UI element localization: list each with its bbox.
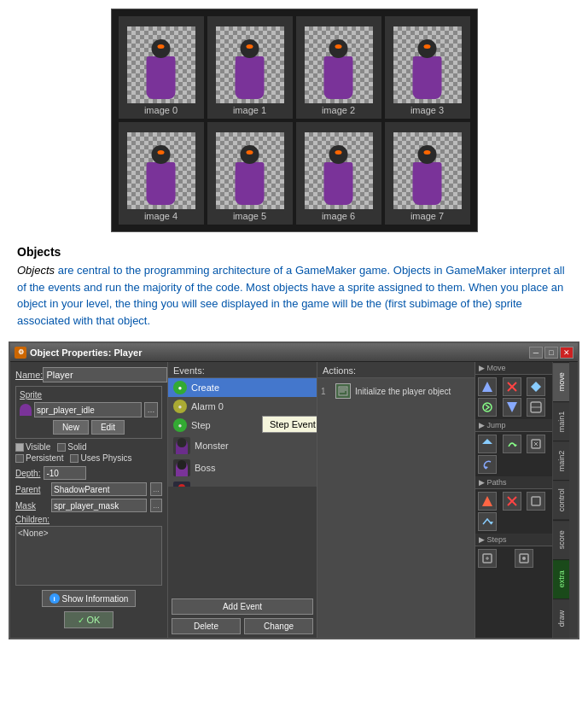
change-event-button[interactable]: Change <box>244 618 313 634</box>
svg-marker-7 <box>531 382 541 392</box>
gm-window: ⚙ Object Properties: Player ─ □ ✕ Name: … <box>9 341 579 639</box>
show-information-button[interactable]: i Show Information <box>42 590 137 607</box>
move-btn-5[interactable] <box>503 398 521 417</box>
move-btn-2[interactable] <box>503 377 521 396</box>
gm-body: Name: Sprite spr_player_idle … New Edit <box>10 362 578 638</box>
minimize-button[interactable]: ─ <box>529 347 543 359</box>
edit-button[interactable]: Edit <box>91 420 125 435</box>
step-event-label: Step <box>191 420 211 430</box>
ok-check-icon: ✓ <box>78 616 84 625</box>
sprite-image-1 <box>216 26 284 103</box>
vtab-move[interactable]: move <box>553 362 569 401</box>
steps-btn-2[interactable] <box>515 549 533 568</box>
sprite-label-3: image 3 <box>410 105 444 115</box>
depth-input[interactable] <box>44 466 86 480</box>
gm-titlebar-icon: ⚙ <box>15 347 26 359</box>
steps-btn-1[interactable] <box>478 549 497 568</box>
gm-actions-panel: Actions: 1 Initialize the player object <box>317 362 475 638</box>
visible-label: Visible <box>26 442 50 452</box>
sprite-label-4: image 4 <box>144 211 178 221</box>
vtab-main1[interactable]: main1 <box>553 401 569 441</box>
name-input[interactable] <box>43 367 167 382</box>
move-btn-6[interactable] <box>527 398 545 417</box>
add-event-button[interactable]: Add Event <box>172 598 313 615</box>
uses-physics-checkbox[interactable] <box>70 454 79 463</box>
vtab-draw[interactable]: draw <box>553 598 569 638</box>
event-item-step[interactable]: ● Step Step Event <box>168 416 317 435</box>
delete-event-button[interactable]: Delete <box>172 618 241 634</box>
vtab-extra[interactable]: extra <box>553 559 569 598</box>
step-event-icon: ● <box>173 418 187 432</box>
paths-section-label: ▶ Paths <box>475 476 552 489</box>
visible-checkbox[interactable] <box>15 443 24 452</box>
sprite-browse-button[interactable]: … <box>144 402 158 417</box>
vtab-control[interactable]: control <box>553 480 569 519</box>
paths-btn-3[interactable] <box>527 492 545 511</box>
boss-event-label: Boss <box>195 463 215 473</box>
svg-marker-12 <box>482 439 492 449</box>
jump-btn-2[interactable] <box>503 435 521 453</box>
vtab-score[interactable]: score <box>553 520 569 559</box>
paths-btn-1[interactable] <box>478 492 497 511</box>
mask-label: Mask <box>15 501 48 511</box>
jump-btn-3[interactable] <box>527 435 545 453</box>
event-item-alarm0[interactable]: ● Alarm 0 <box>168 397 317 416</box>
parent-name: ShadowParent <box>51 482 147 496</box>
svg-marker-4 <box>482 382 492 392</box>
objects-body-text: are central to the programming architect… <box>17 264 565 327</box>
persistent-checkbox[interactable] <box>15 454 24 463</box>
sprite-row: spr_player_idle … <box>20 402 158 417</box>
jump-btn-1[interactable] <box>478 435 497 453</box>
mask-browse-button[interactable]: … <box>150 499 162 512</box>
gm-left-panel: Name: Sprite spr_player_idle … New Edit <box>10 362 168 638</box>
svg-point-27 <box>522 557 526 560</box>
action-desc-1: Initialize the player object <box>355 387 451 396</box>
gm-titlebar: ⚙ Object Properties: Player ─ □ ✕ <box>10 343 578 362</box>
action-icon-1 <box>335 383 351 399</box>
move-icon-grid <box>475 375 552 419</box>
event-item-monster[interactable]: Monster <box>168 435 317 457</box>
move-btn-3[interactable] <box>527 377 545 396</box>
solid-checkbox-item: Solid <box>57 442 86 452</box>
show-info-row: i Show Information <box>15 590 162 607</box>
sprite-image-2 <box>305 26 373 103</box>
move-btn-1[interactable] <box>478 377 497 396</box>
event-item-boss[interactable]: Boss <box>168 457 317 479</box>
sprite-label-5: image 5 <box>233 211 266 221</box>
event-item-create[interactable]: ● Create <box>168 378 317 397</box>
gm-right-area: ▶ Move <box>475 362 569 638</box>
sprite-cell-2: image 2 <box>296 16 381 119</box>
persistent-label: Persistent <box>26 453 63 463</box>
ok-button[interactable]: ✓ OK <box>64 611 114 628</box>
parent-browse-button[interactable]: … <box>150 482 162 496</box>
parent-row: Parent ShadowParent … <box>15 482 162 496</box>
objects-description: Objects are central to the programming a… <box>17 262 571 329</box>
jump-btn-4[interactable] <box>478 455 497 474</box>
paths-btn-4[interactable] <box>478 512 497 531</box>
sprite-grid-container: image 0 image 1 image 2 <box>0 0 588 236</box>
maximize-button[interactable]: □ <box>544 347 558 359</box>
mask-row: Mask spr_player_mask … <box>15 499 162 512</box>
new-button[interactable]: New <box>53 420 89 435</box>
objects-section: Objects Objects are central to the progr… <box>0 236 588 341</box>
magicblast-event-label: MagicBlast <box>195 485 241 487</box>
svg-marker-9 <box>507 402 517 412</box>
sprite-image-0 <box>127 26 195 103</box>
svg-rect-21 <box>532 497 540 505</box>
name-label: Name: <box>15 370 43 380</box>
vtab-main2[interactable]: main2 <box>553 441 569 480</box>
persistent-checkbox-item: Persistent <box>15 453 63 463</box>
svg-marker-18 <box>482 496 492 506</box>
move-btn-4[interactable] <box>478 398 497 417</box>
step-event-tooltip: Step Event <box>262 416 317 433</box>
sprite-cell-7: image 7 <box>385 122 470 225</box>
boss-event-icon <box>173 459 190 476</box>
solid-checkbox[interactable] <box>57 443 66 452</box>
close-button[interactable]: ✕ <box>560 347 573 359</box>
actions-list: 1 Initialize the player object <box>317 378 474 638</box>
paths-btn-2[interactable] <box>503 492 521 511</box>
sprite-name: spr_player_idle <box>34 402 142 417</box>
event-item-magicblast[interactable]: MagicBlast <box>168 479 317 487</box>
sprite-cell-0: image 0 <box>119 16 204 119</box>
solid-label: Solid <box>67 442 86 452</box>
